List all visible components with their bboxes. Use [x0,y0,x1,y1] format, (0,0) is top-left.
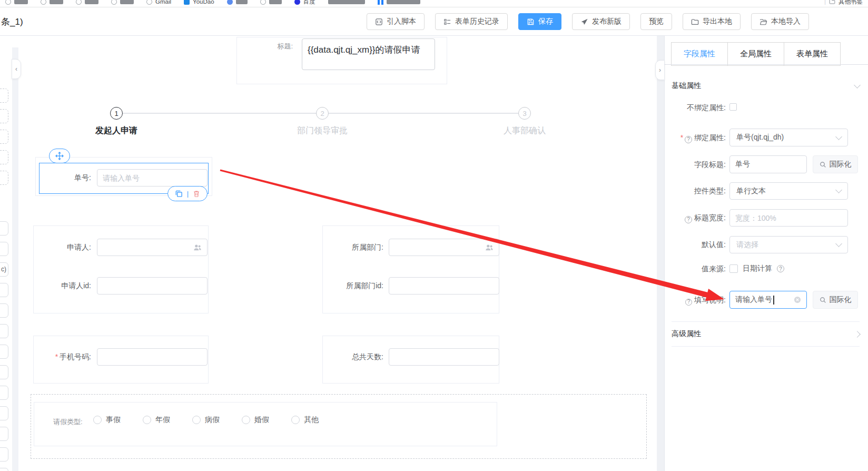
form-history-button[interactable]: 表单历史记录 [435,13,508,30]
widget-type-select[interactable]: 单行文本 [729,182,848,200]
bookmark-item[interactable] [378,0,420,5]
radio-icon[interactable] [93,416,102,424]
trash-icon[interactable] [193,190,200,198]
export-local-button[interactable]: 导出本地 [683,13,741,30]
advanced-section-header[interactable]: 高级属性 [672,321,860,347]
default-value-select[interactable]: 请选择 [729,236,848,253]
bookmark-item[interactable] [5,0,28,5]
phone-input[interactable] [97,348,208,366]
basic-section-header[interactable]: 基础属性 [672,77,860,95]
radio-option[interactable]: 年假 [143,415,170,425]
radio-icon[interactable] [192,416,201,424]
value-source-row: 日期计算 ? [729,264,784,273]
component-palette-item[interactable] [0,447,8,462]
layout-container[interactable]: 请假类型: 事假 年假 病假 婚假 其他 [31,394,647,459]
title-widget[interactable]: 标题: {{data.qjt.qj_xm}}的请假申请 [236,37,447,84]
bind-property-select[interactable]: 单号(qjt.qj_dh) [729,129,848,146]
bookmark-item[interactable] [41,0,63,5]
radio-icon[interactable] [291,416,300,424]
field-widget-leave-type[interactable]: 请假类型: 事假 年假 病假 婚假 其他 [34,402,497,446]
component-palette-item[interactable] [0,89,8,103]
bookmark-item[interactable] [260,0,282,5]
bookmark-item[interactable] [111,0,134,5]
publish-button[interactable]: 发布新版 [572,13,630,30]
collapse-left-panel-button[interactable]: ‹ [12,59,21,79]
globe-icon [76,0,82,5]
field-title-input[interactable] [729,155,807,173]
i18n-button[interactable]: 国际化 [813,155,858,173]
drag-move-handle[interactable] [49,149,70,163]
component-palette-item[interactable] [0,130,8,144]
left-scrollbar[interactable] [12,47,18,471]
field-label: 申请人id: [46,277,91,295]
component-palette-item[interactable] [0,345,8,359]
tab-form-properties[interactable]: 表单属性 [784,42,841,66]
date-calc-checkbox[interactable] [729,264,738,273]
field-widget-phone[interactable]: *手机号码: [33,336,209,384]
component-palette-item[interactable] [0,365,8,379]
applicant-id-input[interactable] [97,277,208,295]
bookmark-item[interactable] [76,0,98,5]
import-local-button[interactable]: 本地导入 [751,13,809,30]
bookmark-item[interactable]: 百度 [294,0,315,6]
clear-icon[interactable] [794,296,801,303]
import-script-button[interactable]: 引入脚本 [367,13,425,30]
field-widget-applicant-group[interactable]: 申请人: 申请人id: [33,225,209,313]
panel-scrollbar[interactable] [657,36,664,471]
step-circle-1: 1 [110,107,123,120]
component-palette-item[interactable] [0,386,8,400]
unbind-checkbox[interactable] [729,103,737,111]
order-number-input[interactable] [97,169,208,187]
component-palette-item[interactable] [0,242,8,256]
script-icon [375,18,383,26]
save-button[interactable]: 保存 [518,13,561,30]
radio-option[interactable]: 事假 [93,415,121,425]
field-label: *手机号码: [41,348,91,366]
description-input[interactable]: 请输入单号 [729,291,807,309]
bookmark-item[interactable] [227,0,248,5]
field-widget-department-group[interactable]: 所属部门: 所属部门id: [322,225,499,313]
component-palette-item[interactable] [0,171,8,185]
bookmark-item[interactable]: YouDao [184,0,214,5]
total-days-input[interactable] [389,348,499,366]
radio-option[interactable]: 病假 [192,415,220,425]
component-palette-item[interactable] [0,303,8,318]
applicant-input[interactable] [97,239,208,256]
bookmark-item[interactable] [328,0,365,4]
pill-divider: | [187,190,189,198]
component-palette-item[interactable] [0,150,8,164]
form-title-textarea[interactable]: {{data.qjt.qj_xm}}的请假申请 [302,38,435,70]
field-widget-order-number[interactable]: 单号: | [35,157,212,196]
tab-field-properties[interactable]: 字段属性 [671,42,728,66]
i18n-button[interactable]: 国际化 [813,291,858,309]
chevron-left-icon: ‹ [15,65,17,73]
collapse-right-panel-button[interactable]: › [655,60,665,80]
bookmark-item[interactable]: Gmail [146,0,171,5]
step-label-2: 部门领导审批 [259,125,386,136]
bookmark-other-folder[interactable]: | 其他书签 [824,0,863,6]
prop-label-title-width: ?标题宽度: [665,209,726,227]
component-palette-item[interactable] [0,324,8,338]
radio-icon[interactable] [242,416,250,424]
form-title: 条_1) [1,16,23,28]
tab-global-properties[interactable]: 全局属性 [727,42,784,66]
component-palette-item[interactable] [0,109,8,123]
folder-icon [691,18,699,26]
component-palette-item[interactable] [0,221,8,235]
radio-option[interactable]: 其他 [291,415,319,425]
department-input[interactable] [389,239,499,256]
search-icon [820,161,826,168]
radio-group: 事假 年假 病假 婚假 其他 [93,415,319,425]
component-palette-item[interactable] [0,283,8,297]
preview-button[interactable]: 预览 [640,13,672,30]
component-palette-item[interactable] [0,427,8,441]
field-widget-total-days[interactable]: 总共天数: [322,336,499,384]
department-id-input[interactable] [389,277,499,295]
title-width-input[interactable] [729,209,848,227]
component-palette-item[interactable]: c) [0,262,8,277]
radio-icon[interactable] [143,416,151,424]
copy-icon[interactable] [175,190,183,198]
component-palette-item[interactable] [0,406,8,420]
component-palette-item[interactable] [0,468,8,471]
radio-option[interactable]: 婚假 [242,415,269,425]
